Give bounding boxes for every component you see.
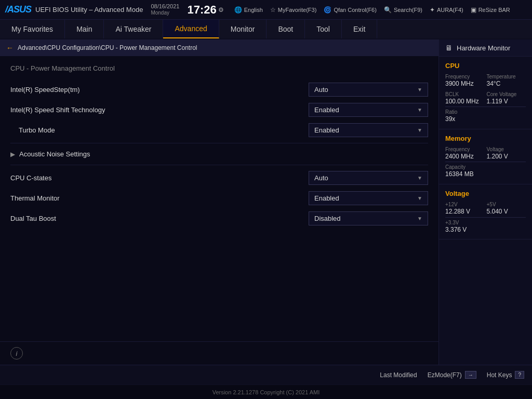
acoustic-noise-row[interactable]: ▶ Acoustic Noise Settings <box>0 146 438 162</box>
nav-item-boot[interactable]: Boot <box>267 20 305 38</box>
hw-monitor-title: Hardware Monitor <box>457 44 510 52</box>
mem-frequency-label: Frequency <box>445 147 485 153</box>
turbo-mode-dropdown[interactable]: Enabled ▼ <box>309 123 428 137</box>
aura-icon: ✦ <box>430 6 435 14</box>
search-icon: 🔍 <box>384 6 392 14</box>
asus-logo: /ASUS UEFI BIOS Utility – Advanced Mode <box>5 4 143 15</box>
mem-capacity-item: Capacity 16384 MB <box>445 164 526 179</box>
nav-item-my-favorites[interactable]: My Favorites <box>0 20 65 38</box>
divider <box>445 162 526 162</box>
memory-section-title: Memory <box>445 135 526 142</box>
cpu-frequency-item: Frequency 3900 MHz <box>445 74 485 88</box>
speed-shift-value: Enabled <box>314 106 339 114</box>
breadcrumb[interactable]: ← Advanced\CPU Configuration\CPU - Power… <box>0 39 438 56</box>
fan-icon: 🌀 <box>324 6 331 14</box>
search-label: Search(F9) <box>394 7 422 13</box>
divider <box>445 217 526 218</box>
voltage-metrics-grid: +12V 12.288 V +5V 5.040 V <box>445 202 526 216</box>
dual-tau-boost-value: Disabled <box>314 215 341 222</box>
language-label: English <box>244 7 263 13</box>
v5-label: +5V <box>487 202 526 208</box>
resize-icon: ▣ <box>471 6 476 14</box>
mem-capacity-value: 16384 MB <box>445 170 526 179</box>
cpu-cstates-dropdown[interactable]: Auto ▼ <box>309 171 428 185</box>
dual-tau-boost-label: Dual Tau Boost <box>10 215 309 222</box>
mem-voltage-item: Voltage 1.200 V <box>487 147 526 161</box>
nav-item-ai-tweaker[interactable]: Ai Tweaker <box>104 20 163 38</box>
cpu-ratio-label: Ratio <box>445 109 526 115</box>
time-display: 17:26 <box>187 4 216 16</box>
speedstep-value: Auto <box>314 86 328 94</box>
settings-panel: CPU - Power Management Control Intel(R) … <box>0 56 438 341</box>
nav-item-monitor[interactable]: Monitor <box>219 20 267 38</box>
speedstep-dropdown[interactable]: Auto ▼ <box>309 83 428 97</box>
cpu-temperature-item: Temperature 34°C <box>487 74 526 88</box>
hot-keys-button[interactable]: Hot Keys ? <box>487 371 524 379</box>
v5-item: +5V 5.040 V <box>487 202 526 216</box>
datetime-block: 08/16/2021 Monday <box>151 3 179 16</box>
dual-tau-boost-dropdown[interactable]: Disabled ▼ <box>309 211 428 225</box>
mem-voltage-value: 1.200 V <box>487 153 526 161</box>
v5-value: 5.040 V <box>487 208 526 216</box>
cpu-core-voltage-label: Core Voltage <box>487 91 526 98</box>
nav-item-advanced[interactable]: Advanced <box>163 20 219 38</box>
v33-item: +3.3V 3.376 V <box>445 220 526 234</box>
gear-icon[interactable]: ⚙ <box>218 6 224 14</box>
expand-icon: ▶ <box>10 151 15 158</box>
speed-shift-label: Intel(R) Speed Shift Technology <box>10 106 309 114</box>
mem-capacity-label: Capacity <box>445 164 526 170</box>
v12-label: +12V <box>445 202 485 208</box>
aura-label: AURA(F4) <box>437 7 463 13</box>
nav-item-exit[interactable]: Exit <box>342 20 377 38</box>
cpu-metrics-grid: Frequency 3900 MHz Temperature 34°C BCLK… <box>445 74 526 105</box>
last-modified-button[interactable]: Last Modified <box>380 371 417 379</box>
hot-keys-icon: ? <box>515 371 524 379</box>
breadcrumb-text: Advanced\CPU Configuration\CPU - Power M… <box>18 44 197 51</box>
cpu-frequency-label: Frequency <box>445 74 485 80</box>
thermal-monitor-label: Thermal Monitor <box>10 194 309 202</box>
asus-brand-text: /ASUS <box>5 4 31 15</box>
footer-bar: Version 2.21.1278 Copyright (C) 2021 AMI <box>0 384 532 399</box>
ez-mode-button[interactable]: EzMode(F7) → <box>428 371 476 379</box>
cpu-temperature-value: 34°C <box>487 80 526 88</box>
cpu-ratio-value: 39x <box>445 115 526 124</box>
cpu-bclk-item: BCLK 100.00 MHz <box>445 91 485 106</box>
my-favorite-button[interactable]: ☆ MyFavorite(F3) <box>270 6 317 14</box>
cpu-temperature-label: Temperature <box>487 74 526 80</box>
aura-button[interactable]: ✦ AURA(F4) <box>430 6 463 14</box>
nav-item-tool[interactable]: Tool <box>305 20 342 38</box>
memory-metrics-grid: Frequency 2400 MHz Voltage 1.200 V <box>445 147 526 161</box>
dropdown-arrow-icon: ▼ <box>417 107 422 113</box>
back-arrow-icon[interactable]: ← <box>6 44 14 52</box>
qfan-control-button[interactable]: 🌀 Qfan Control(F6) <box>324 6 377 14</box>
star-icon: ☆ <box>270 6 276 14</box>
v33-label: +3.3V <box>445 220 526 226</box>
monitor-icon: 🖥 <box>445 44 453 52</box>
top-actions: 🌐 English ☆ MyFavorite(F3) 🌀 Qfan Contro… <box>234 6 510 14</box>
mem-voltage-label: Voltage <box>487 147 526 153</box>
turbo-mode-row: Turbo Mode Enabled ▼ <box>0 120 438 140</box>
search-button[interactable]: 🔍 Search(F9) <box>384 6 422 14</box>
bios-title: UEFI BIOS Utility – Advanced Mode <box>35 6 143 14</box>
left-panel: ← Advanced\CPU Configuration\CPU - Power… <box>0 39 438 365</box>
voltage-section: Voltage +12V 12.288 V +5V 5.040 V +3.3V … <box>439 184 532 240</box>
main-area: ← Advanced\CPU Configuration\CPU - Power… <box>0 39 532 365</box>
cpu-bclk-label: BCLK <box>445 91 485 98</box>
nav-item-main[interactable]: Main <box>65 20 104 38</box>
mem-frequency-value: 2400 MHz <box>445 153 485 161</box>
top-bar: /ASUS UEFI BIOS Utility – Advanced Mode … <box>0 0 532 20</box>
speed-shift-dropdown[interactable]: Enabled ▼ <box>309 103 428 117</box>
cpu-core-voltage-value: 1.119 V <box>487 98 526 106</box>
day-display: Monday <box>151 10 179 16</box>
resize-bar-button[interactable]: ▣ ReSize BAR <box>471 6 510 14</box>
language-selector[interactable]: 🌐 English <box>234 6 263 14</box>
cpu-bclk-value: 100.00 MHz <box>445 98 485 106</box>
speedstep-row: Intel(R) SpeedStep(tm) Auto ▼ <box>0 79 438 100</box>
divider <box>10 165 428 165</box>
thermal-monitor-row: Thermal Monitor Enabled ▼ <box>0 188 438 208</box>
turbo-mode-value: Enabled <box>314 126 339 134</box>
resize-label: ReSize BAR <box>478 7 510 13</box>
dropdown-arrow-icon: ▼ <box>417 127 422 133</box>
v33-value: 3.376 V <box>445 226 526 234</box>
thermal-monitor-dropdown[interactable]: Enabled ▼ <box>309 191 428 205</box>
